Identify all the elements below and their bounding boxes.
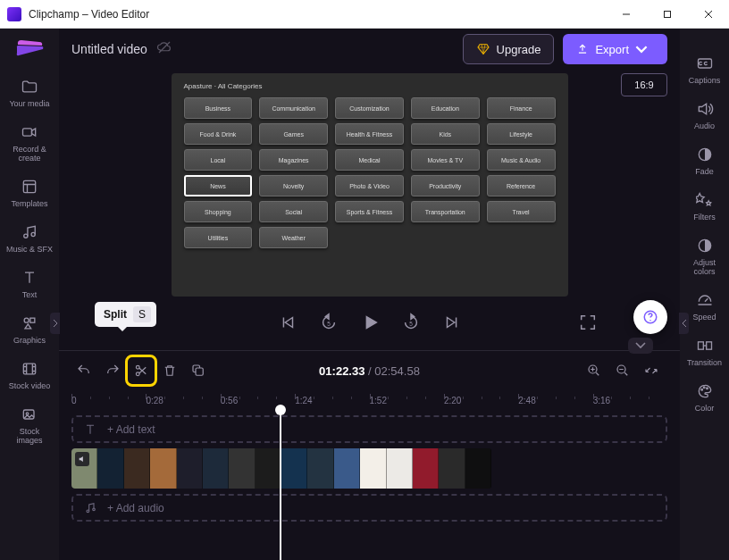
sidebar-item-your-media[interactable]: Your media: [1, 71, 58, 117]
skip-end-button[interactable]: [437, 307, 467, 338]
video-preview[interactable]: Apasture · All Categories BusinessCommun…: [172, 73, 568, 297]
preview-category-tile: Kids: [411, 123, 480, 145]
clip-thumbnail: [334, 448, 360, 489]
svg-rect-4: [23, 129, 32, 136]
project-name[interactable]: Untitled video: [71, 42, 147, 56]
expand-right-panel-button[interactable]: [679, 313, 689, 334]
svg-rect-10: [23, 364, 35, 374]
panel-item-fade[interactable]: Fade: [681, 139, 729, 185]
sidebar-item-stock-images[interactable]: Stock images: [1, 399, 58, 454]
preview-category-tile: Productivity: [411, 175, 480, 196]
help-button[interactable]: [633, 300, 667, 334]
panel-item-audio[interactable]: Audio: [681, 94, 729, 139]
preview-category-tile: Transportation: [411, 201, 480, 222]
filters-icon: [695, 190, 715, 210]
app-logo-icon: [13, 36, 46, 61]
panel-item-color[interactable]: Color: [681, 376, 729, 422]
sidebar-item-stock-video[interactable]: Stock video: [1, 354, 58, 399]
palette-icon: [695, 381, 715, 401]
speaker-icon[interactable]: [75, 452, 89, 466]
preview-category-tile: Reference: [487, 175, 556, 196]
panel-item-filters[interactable]: Filters: [681, 185, 729, 230]
timeline-tracks[interactable]: + Add text + Add audio: [59, 410, 680, 560]
play-button[interactable]: [355, 307, 385, 338]
panel-item-label: Fade: [695, 167, 714, 176]
preview-category-tile: Social: [259, 201, 328, 222]
fullscreen-button[interactable]: [573, 307, 603, 338]
ruler-tick: 1:24: [295, 396, 369, 405]
upgrade-button[interactable]: Upgrade: [463, 34, 555, 64]
text-track-placeholder[interactable]: + Add text: [71, 415, 667, 443]
text-icon: [82, 422, 98, 438]
svg-text:5: 5: [327, 321, 331, 327]
svg-point-8: [24, 318, 29, 322]
ruler-tick: 0: [71, 396, 146, 405]
export-button[interactable]: Export: [563, 34, 667, 64]
ruler-tick: 0:56: [221, 396, 295, 405]
zoom-in-button[interactable]: [582, 358, 607, 383]
playback-controls: SplitS 5 5: [59, 297, 680, 348]
cloud-sync-off-icon[interactable]: [156, 39, 172, 59]
clip-thumbnail: [387, 448, 413, 489]
close-button[interactable]: [688, 0, 729, 29]
copy-button[interactable]: [186, 358, 211, 383]
panel-item-label: Filters: [693, 213, 716, 221]
clip-thumbnail: [150, 448, 176, 489]
add-audio-label: + Add audio: [107, 502, 164, 514]
graphics-icon: [20, 313, 39, 333]
clip-thumbnail: [413, 448, 439, 489]
redo-button[interactable]: [100, 358, 125, 383]
contrast-icon: [695, 236, 715, 255]
fit-timeline-button[interactable]: [639, 358, 664, 383]
svg-rect-20: [196, 368, 203, 375]
video-track[interactable]: [71, 448, 667, 489]
zoom-out-button[interactable]: [610, 358, 635, 383]
panel-item-label: Speed: [692, 313, 716, 322]
preview-heading: Apasture · All Categories: [184, 82, 556, 90]
clip-thumbnail: [465, 448, 491, 489]
preview-category-tile: Communication: [259, 97, 328, 119]
captions-icon: [695, 54, 715, 73]
svg-point-17: [649, 320, 651, 322]
top-header: Untitled video Upgrade Export: [59, 29, 680, 70]
sidebar-item-music-sfx[interactable]: Music & SFX: [1, 217, 58, 263]
preview-category-tile: Music & Audio: [487, 149, 556, 171]
preview-category-tile: Food & Drink: [184, 123, 253, 145]
skip-start-button[interactable]: [272, 307, 303, 338]
sidebar-item-record-create[interactable]: Record & create: [1, 117, 58, 171]
sidebar-item-text[interactable]: Text: [1, 263, 58, 308]
timeline-ruler[interactable]: 00:280:561:241:522:202:483:16: [59, 390, 680, 410]
clip-thumbnail: [124, 448, 150, 489]
chevron-down-icon: [635, 43, 648, 55]
preview-stage: 16:9 Apasture · All Categories BusinessC…: [59, 70, 680, 350]
sidebar-item-label: Stock images: [16, 427, 42, 445]
split-button[interactable]: [129, 358, 154, 383]
upload-icon: [576, 43, 589, 55]
preview-category-tile: Weather: [259, 227, 328, 248]
rewind-5-button[interactable]: 5: [314, 307, 344, 338]
split-tooltip: SplitS: [95, 302, 156, 327]
minimize-button[interactable]: [606, 0, 647, 29]
clip-thumbnail: [439, 448, 465, 489]
preview-category-tile: Games: [259, 123, 328, 145]
undo-button[interactable]: [71, 358, 96, 383]
fade-icon: [695, 145, 715, 164]
panel-item-captions[interactable]: Captions: [681, 48, 729, 94]
svg-point-32: [706, 388, 708, 389]
preview-category-tile: Medical: [335, 149, 404, 171]
sidebar-item-templates[interactable]: Templates: [1, 171, 58, 217]
aspect-ratio-button[interactable]: 16:9: [621, 73, 667, 96]
panel-item-label: Audio: [694, 121, 715, 130]
svg-point-30: [700, 389, 702, 391]
forward-5-button[interactable]: 5: [396, 307, 426, 338]
panel-item-transition[interactable]: Transition: [681, 330, 729, 376]
left-sidebar: Your media Record & create Templates Mus…: [0, 29, 59, 560]
maximize-button[interactable]: [647, 0, 688, 29]
panel-item-adjust-colors[interactable]: Adjust colors: [681, 230, 729, 285]
sidebar-item-label: Templates: [11, 199, 47, 208]
preview-category-tile: Shopping: [184, 201, 253, 222]
preview-category-tile: Movies & TV: [411, 149, 480, 171]
delete-button[interactable]: [157, 358, 182, 383]
audio-track-placeholder[interactable]: + Add audio: [71, 494, 667, 522]
panel-item-label: Transition: [687, 358, 722, 367]
